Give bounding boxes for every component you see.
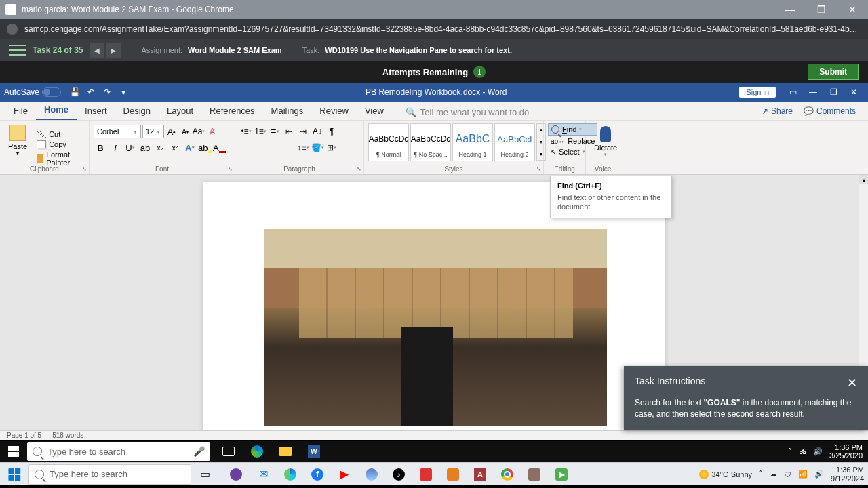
edge-app-button[interactable]	[243, 441, 271, 462]
word-maximize-button[interactable]: ❐	[823, 85, 844, 99]
superscript-button[interactable]: x²	[168, 141, 182, 155]
tab-layout[interactable]: Layout	[159, 102, 201, 120]
shading-button[interactable]: 🪣▾	[311, 141, 324, 155]
volume-icon[interactable]: 🔊	[814, 470, 824, 479]
bullets-button[interactable]: •≡▾	[239, 125, 253, 138]
cortana-mic-icon[interactable]: 🎤	[193, 446, 205, 457]
app-youtube[interactable]: ▶	[331, 464, 358, 485]
outer-search-box[interactable]: Type here to search	[28, 464, 191, 485]
clear-formatting-button[interactable]: A̷	[206, 125, 218, 138]
shrink-font-button[interactable]: A▾	[179, 125, 191, 138]
font-color-button[interactable]: A	[213, 141, 226, 155]
align-left-button[interactable]	[239, 141, 253, 155]
word-app-button[interactable]: W	[300, 441, 328, 462]
app-clipchamp[interactable]	[222, 464, 250, 485]
tab-references[interactable]: References	[201, 102, 262, 120]
task-view-button[interactable]	[214, 441, 243, 462]
inner-clock[interactable]: 1:36 PM 3/25/2020	[829, 443, 863, 460]
clipboard-dialog-launcher[interactable]: ⤡	[82, 166, 87, 172]
ribbon-display-icon[interactable]: ▭	[783, 85, 803, 99]
minimize-button[interactable]: —	[774, 0, 806, 19]
app-access[interactable]: A	[467, 464, 494, 485]
app-red[interactable]	[412, 464, 439, 485]
undo-icon[interactable]: ↶	[84, 85, 98, 99]
change-case-button[interactable]: Aa▾	[193, 125, 205, 138]
tab-view[interactable]: View	[357, 102, 392, 120]
strikethrough-button[interactable]: ab	[138, 141, 152, 155]
site-info-icon[interactable]	[7, 24, 18, 35]
show-marks-button[interactable]: ¶	[325, 125, 338, 138]
style-heading2[interactable]: AaBbCcIHeading 2	[494, 123, 535, 161]
style-no-spacing[interactable]: AaBbCcDc¶ No Spac...	[410, 123, 451, 161]
weather-widget[interactable]: 34°C Sunny	[699, 470, 752, 479]
app-facebook[interactable]: f	[304, 464, 331, 485]
outer-clock[interactable]: 1:36 PM 9/12/2024	[831, 466, 864, 482]
word-count[interactable]: 518 words	[52, 432, 83, 439]
qa-customize-icon[interactable]: ▾	[117, 85, 130, 99]
numbering-button[interactable]: 1≡▾	[254, 125, 267, 138]
inner-search-box[interactable]: Type here to search 🎤	[27, 442, 210, 461]
url-text[interactable]: samcp.cengage.com/AssignmentTake/Exam?as…	[24, 24, 861, 34]
app-orange[interactable]	[439, 464, 467, 485]
next-task-button[interactable]: ▶	[106, 43, 121, 58]
network-icon[interactable]: 🖧	[799, 447, 806, 455]
app-brown[interactable]	[521, 464, 548, 485]
sort-button[interactable]: A↓	[311, 125, 324, 138]
tell-me-search[interactable]: 🔍 Tell me what you want to do	[406, 107, 529, 120]
app-photos[interactable]	[358, 464, 385, 485]
explorer-app-button[interactable]	[271, 441, 300, 462]
align-right-button[interactable]	[268, 141, 281, 155]
style-heading1[interactable]: AaBbCHeading 1	[452, 123, 493, 161]
task-view-button[interactable]: ▭	[191, 464, 218, 485]
signin-button[interactable]: Sign in	[739, 87, 776, 98]
app-chrome[interactable]	[494, 464, 521, 485]
tab-design[interactable]: Design	[115, 102, 159, 120]
paragraph-dialog-launcher[interactable]: ⤡	[357, 166, 361, 172]
document-page[interactable]	[203, 182, 665, 431]
increase-indent-button[interactable]: ⇥	[296, 125, 310, 138]
toast-close-button[interactable]: ✕	[847, 375, 857, 390]
page-indicator[interactable]: Page 1 of 5	[7, 432, 41, 439]
tray-chevron-icon[interactable]: ˄	[759, 470, 763, 479]
tab-home[interactable]: Home	[36, 100, 77, 120]
justify-button[interactable]	[282, 141, 296, 155]
multilevel-list-button[interactable]: ≣▾	[268, 125, 281, 138]
highlight-button[interactable]: ab	[198, 141, 212, 155]
autosave-toggle[interactable]: AutoSave	[4, 87, 61, 97]
prev-task-button[interactable]: ◀	[90, 43, 104, 58]
kitchen-image[interactable]	[264, 229, 607, 426]
tray-chevron-icon[interactable]: ˄	[788, 447, 792, 456]
wifi-icon[interactable]: 📶	[798, 470, 808, 479]
tab-file[interactable]: File	[5, 102, 36, 120]
tab-insert[interactable]: Insert	[77, 102, 115, 120]
onedrive-icon[interactable]: ☁	[770, 470, 777, 479]
bold-button[interactable]: B	[94, 141, 107, 155]
tab-mailings[interactable]: Mailings	[263, 102, 312, 120]
word-minimize-button[interactable]: —	[803, 85, 823, 99]
font-dialog-launcher[interactable]: ⤡	[228, 166, 233, 172]
styles-dialog-launcher[interactable]: ⤡	[536, 166, 541, 172]
close-button[interactable]: ✕	[837, 0, 868, 19]
text-effects-button[interactable]: A▾	[183, 141, 197, 155]
maximize-button[interactable]: ❐	[806, 0, 837, 19]
cut-button[interactable]: Cut	[34, 129, 85, 139]
style-normal[interactable]: AaBbCcDc¶ Normal	[368, 123, 409, 161]
scroll-up-button[interactable]: ▴	[859, 175, 868, 184]
app-edge[interactable]	[277, 464, 304, 485]
font-size-select[interactable]: 12▼	[142, 125, 164, 138]
format-painter-button[interactable]: Format Painter	[34, 150, 85, 167]
italic-button[interactable]: I	[108, 141, 122, 155]
menu-icon[interactable]	[9, 45, 26, 56]
inner-start-button[interactable]	[0, 441, 27, 462]
volume-icon[interactable]: 🔊	[813, 447, 823, 456]
submit-button[interactable]: Submit	[808, 64, 859, 80]
app-green[interactable]: ▶	[548, 464, 575, 485]
comments-button[interactable]: 💬Comments	[798, 105, 861, 117]
save-icon[interactable]: 💾	[68, 85, 81, 99]
borders-button[interactable]: ⊞▾	[325, 141, 338, 155]
copy-button[interactable]: Copy	[34, 140, 85, 149]
tab-review[interactable]: Review	[311, 102, 357, 120]
grow-font-button[interactable]: A▴	[165, 125, 178, 138]
subscript-button[interactable]: x₂	[153, 141, 167, 155]
underline-button[interactable]: U▾	[123, 141, 137, 155]
